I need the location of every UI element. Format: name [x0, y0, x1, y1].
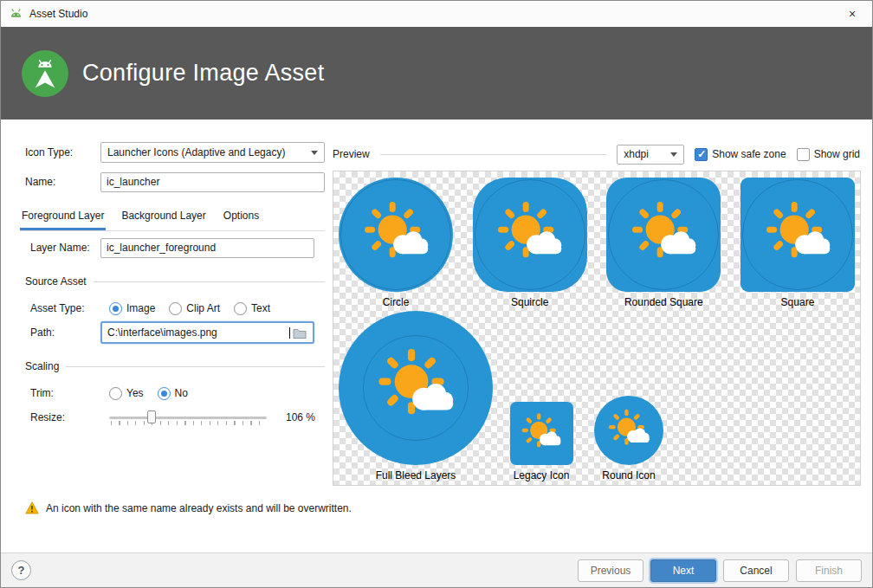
sun-cloud-icon: [352, 191, 439, 278]
tile-label: Circle: [383, 296, 410, 308]
tile-label: Legacy Icon: [514, 469, 570, 481]
radio-trim-no-label: No: [175, 387, 188, 399]
radio-trim-yes-control[interactable]: [109, 387, 122, 400]
preview-tile-square: Square: [740, 178, 855, 308]
tab-options[interactable]: Options: [222, 204, 261, 230]
titlebar: Asset Studio ×: [1, 1, 872, 27]
tab-foreground-layer[interactable]: Foreground Layer: [20, 204, 106, 230]
content: Icon Type: Launcher Icons (Adaptive and …: [1, 120, 872, 554]
slider-ticks: [111, 421, 267, 425]
tile-label: Round Icon: [602, 469, 655, 481]
folder-icon: [293, 327, 307, 339]
section-source-asset: Source Asset: [25, 275, 325, 288]
show-grid-checkbox[interactable]: [797, 148, 810, 161]
name-input[interactable]: ic_launcher: [100, 172, 325, 192]
icon-type-value: Launcher Icons (Adaptive and Legacy): [107, 146, 306, 158]
layer-name-label: Layer Name:: [30, 242, 100, 254]
radio-image-label: Image: [126, 302, 155, 314]
path-label: Path:: [30, 326, 100, 339]
resize-slider[interactable]: [109, 410, 267, 426]
round-icon-preview: [594, 396, 663, 465]
density-select[interactable]: xhdpi: [617, 145, 684, 165]
density-value: xhdpi: [624, 148, 665, 160]
divider: [66, 366, 325, 367]
preview-tile-round: Round Icon: [583, 310, 675, 481]
name-label: Name:: [25, 176, 100, 188]
preview-title: Preview: [333, 148, 370, 160]
slider-track[interactable]: [109, 417, 267, 419]
radio-trim-no-control[interactable]: [158, 387, 171, 400]
name-value: ic_launcher: [107, 176, 159, 188]
sun-cloud-icon: [620, 191, 707, 278]
chevron-down-icon: [311, 151, 318, 155]
checkbox-show-safe-zone[interactable]: Show safe zone: [695, 148, 786, 161]
tile-label: Rounded Square: [624, 296, 703, 308]
preview-tile-circle: Circle: [339, 178, 453, 308]
radio-text-control[interactable]: [234, 302, 247, 315]
sun-cloud-icon: [514, 407, 567, 460]
chevron-down-icon: [670, 152, 677, 157]
trim-label: Trim:: [30, 387, 109, 399]
adaptive-preview-full-bleed: [339, 311, 493, 465]
radio-text-label: Text: [251, 302, 270, 314]
adaptive-preview-square: [740, 178, 855, 292]
radio-trim-yes-label: Yes: [126, 387, 144, 399]
preview-tile-full-bleed: Full Bleed Layers: [335, 310, 496, 481]
slider-thumb[interactable]: [147, 410, 156, 423]
preview-header: Preview xhdpi Show safe zone Show grid: [333, 144, 860, 165]
show-grid-label: Show grid: [814, 148, 860, 160]
resize-label: Resize:: [30, 411, 109, 423]
radio-clip-art[interactable]: Clip Art: [169, 302, 220, 315]
legacy-icon-preview: [510, 402, 573, 465]
radio-clip-art-label: Clip Art: [186, 302, 220, 314]
scaling-title: Scaling: [25, 360, 59, 372]
window-title: Asset Studio: [29, 8, 87, 20]
close-button[interactable]: ×: [832, 1, 872, 27]
asset-studio-window: Asset Studio × Configure Image Asset Ico…: [0, 0, 873, 588]
adaptive-preview-squircle: [473, 178, 587, 292]
section-scaling: Scaling: [25, 360, 325, 372]
adaptive-preview-rounded-square: [606, 178, 721, 292]
preview-canvas: Circle Squircle Rounded Square: [333, 171, 861, 486]
warning-message: An icon with the same name already exist…: [25, 501, 352, 514]
icon-type-select[interactable]: Launcher Icons (Adaptive and Legacy): [100, 142, 325, 163]
asset-type-label: Asset Type:: [30, 302, 109, 314]
path-value: C:\interface\images.png: [107, 326, 288, 339]
radio-clip-art-control[interactable]: [169, 302, 182, 315]
footer: ? Previous Next Cancel Finish: [1, 552, 872, 587]
sun-cloud-icon: [754, 191, 841, 278]
sun-cloud-icon: [601, 403, 656, 458]
next-button[interactable]: Next: [650, 559, 716, 582]
show-safe-zone-checkbox[interactable]: [695, 148, 708, 161]
preview-tile-rounded-square: Rounded Square: [606, 178, 721, 308]
radio-image-control[interactable]: [109, 302, 122, 315]
browse-button[interactable]: [290, 325, 309, 341]
android-studio-logo-icon: [22, 50, 68, 97]
checkbox-show-grid[interactable]: Show grid: [797, 148, 860, 161]
radio-image[interactable]: Image: [109, 302, 155, 315]
preview-tile-legacy: Legacy Icon: [500, 310, 583, 481]
radio-text[interactable]: Text: [234, 302, 270, 315]
radio-trim-no[interactable]: No: [158, 387, 188, 400]
sun-cloud-icon: [486, 191, 572, 278]
layer-tabs: Foreground Layer Background Layer Option…: [20, 204, 325, 231]
tile-label: Squircle: [511, 296, 548, 308]
tab-background-layer[interactable]: Background Layer: [120, 204, 207, 230]
finish-button[interactable]: Finish: [796, 559, 862, 582]
header-banner: Configure Image Asset: [1, 27, 872, 120]
source-asset-title: Source Asset: [25, 275, 87, 288]
warning-text: An icon with the same name already exist…: [46, 502, 352, 514]
page-title: Configure Image Asset: [82, 60, 324, 87]
sun-cloud-icon: [365, 337, 467, 439]
layer-name-input[interactable]: ic_launcher_foreground: [100, 238, 314, 258]
tile-label: Square: [781, 296, 815, 308]
help-button[interactable]: ?: [11, 560, 31, 580]
path-input[interactable]: C:\interface\images.png: [100, 321, 314, 344]
preview-row-top: Circle Squircle Rounded Square: [333, 178, 860, 308]
previous-button[interactable]: Previous: [578, 559, 643, 582]
divider: [380, 154, 607, 155]
radio-trim-yes[interactable]: Yes: [109, 387, 144, 400]
tile-label: Full Bleed Layers: [376, 469, 456, 481]
layer-name-value: ic_launcher_foreground: [107, 242, 216, 254]
cancel-button[interactable]: Cancel: [723, 559, 789, 582]
